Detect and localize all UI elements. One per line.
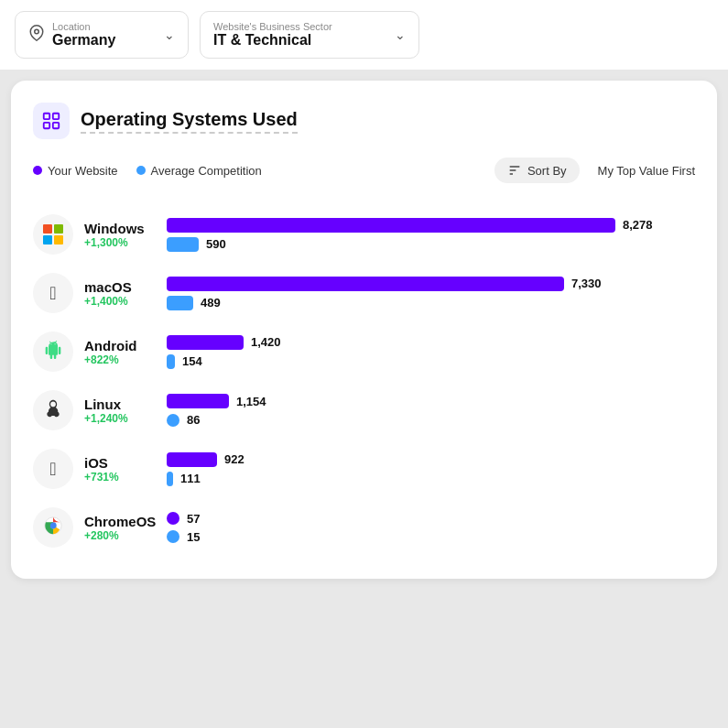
your-value: 7,330 [571,277,602,290]
os-row: Linux +1,240% 1,154 86 [33,381,695,440]
avg-value: 111 [180,472,201,485]
business-sector-label: Website's Business Sector [213,21,387,32]
os-name: Android [84,338,167,353]
sort-value: My Top Value First [598,164,695,178]
your-bar-row: 57 [167,512,695,526]
your-bar [167,452,217,467]
your-bar [167,277,564,291]
location-dropdown[interactable]: Location Germany ⌄ [15,11,189,59]
os-growth: +1,400% [84,295,167,308]
location-value: Germany [52,32,157,49]
svg-rect-2 [53,114,59,119]
business-sector-value: IT & Technical [213,32,387,49]
os-icon-wrap [33,507,73,548]
sort-button[interactable]: Sort By [494,158,580,183]
os-growth: +1,300% [84,236,167,249]
avg-value: 154 [182,354,202,368]
avg-bar-row: 15 [167,530,695,544]
business-sector-chevron-icon: ⌄ [395,27,406,42]
os-name-group: Linux +1,240% [84,397,167,425]
os-name: macOS [84,279,167,295]
os-bars: 922 111 [167,452,695,486]
os-row: Windows +1,300% 8,278 590 [33,205,695,264]
avg-competition-label: Average Competition [151,164,262,178]
os-name: Windows [84,221,167,236]
svg-point-0 [35,29,39,34]
os-bars: 7,330 489 [167,277,695,310]
filter-bar: Location Germany ⌄ Website's Business Se… [0,0,728,70]
avg-dot [167,414,179,427]
business-sector-label-group: Website's Business Sector IT & Technical [213,21,387,49]
legend-your-website: Your Website [33,164,118,178]
linux-icon [44,399,62,421]
os-growth: +731% [84,471,167,484]
your-bar [167,335,244,350]
avg-value: 86 [187,413,200,427]
avg-bar [167,237,199,252]
your-bar [167,218,615,233]
apple-icon:  [49,459,56,480]
os-bars: 8,278 590 [167,218,695,252]
svg-rect-4 [53,123,59,128]
your-value: 8,278 [623,218,653,232]
sort-label: Sort By [527,164,567,178]
os-name-group: macOS +1,400% [84,279,167,308]
your-bar [167,394,229,408]
android-icon [44,341,62,364]
os-growth: +280% [84,529,167,542]
avg-bar [167,354,175,369]
your-value: 1,420 [251,335,281,349]
os-name-group: Android +822% [84,338,167,366]
os-growth: +1,240% [84,412,167,425]
avg-value: 590 [206,237,226,251]
your-bar-row: 8,278 [167,218,695,233]
legend-row: Your Website Average Competition Sort By… [33,158,695,183]
os-icon-wrap:  [33,273,73,313]
business-sector-dropdown[interactable]: Website's Business Sector IT & Technical… [200,11,419,59]
card-title: Operating Systems Used [81,109,298,134]
avg-bar [167,296,193,310]
os-name: ChromeOS [84,514,167,529]
your-website-dot [33,166,42,175]
location-label-group: Location Germany [52,21,157,49]
os-row:  macOS +1,400% 7,330 489 [33,264,695,322]
os-row:  iOS +731% 922 111 [33,440,695,498]
os-bars: 1,420 154 [167,335,695,369]
avg-bar-row: 590 [167,237,695,252]
your-bar-row: 7,330 [167,277,695,291]
avg-dot [167,530,179,543]
os-name: Linux [84,397,167,412]
os-bars: 57 15 [167,512,695,544]
os-growth: +822% [84,353,167,366]
legend-avg-competition: Average Competition [136,164,262,178]
avg-competition-dot [136,166,146,175]
os-row: Android +822% 1,420 154 [33,322,695,381]
your-dot [167,512,179,525]
your-website-label: Your Website [48,164,118,178]
os-icon-wrap [33,331,73,372]
os-name-group: iOS +731% [84,455,167,484]
avg-bar-row: 154 [167,354,695,369]
avg-bar-row: 86 [167,413,695,427]
location-label: Location [52,21,157,32]
sort-icon [507,163,522,178]
avg-bar-row: 111 [167,472,695,486]
your-value: 57 [187,512,200,526]
card-icon [33,103,70,139]
your-bar-row: 1,154 [167,394,695,408]
your-bar-row: 922 [167,452,695,467]
svg-rect-3 [44,123,49,128]
os-list: Windows +1,300% 8,278 590  macOS +1,400… [33,205,695,557]
chrome-icon [43,516,63,539]
location-chevron-icon: ⌄ [164,27,175,42]
os-row: ChromeOS +280% 57 15 [33,498,695,557]
os-name: iOS [84,455,167,471]
apple-icon:  [49,283,56,304]
location-icon [28,25,45,45]
avg-value: 15 [187,530,200,544]
os-bars: 1,154 86 [167,394,695,427]
avg-bar [167,472,173,486]
avg-value: 489 [201,296,221,310]
os-icon-wrap [33,390,73,430]
your-value: 1,154 [236,395,266,408]
